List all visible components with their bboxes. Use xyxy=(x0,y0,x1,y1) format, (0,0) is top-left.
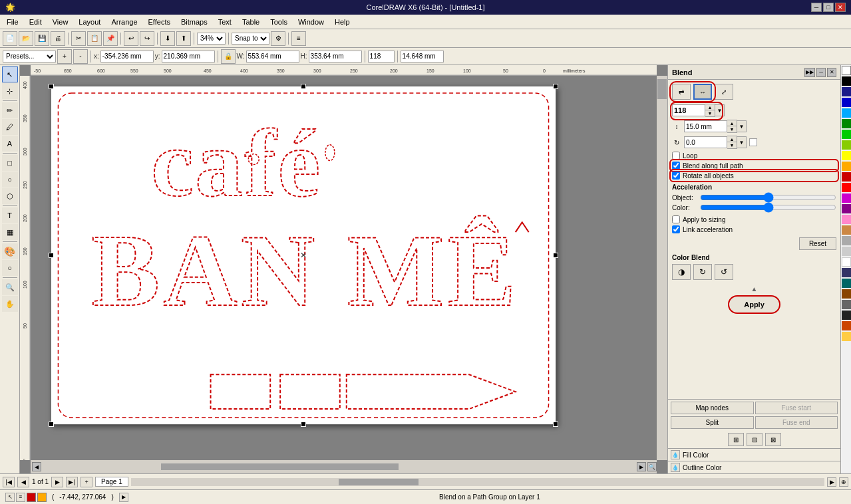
rotation-checkbox-extra[interactable] xyxy=(749,138,757,146)
handle-mr[interactable] xyxy=(553,253,558,258)
blend-start-icon[interactable]: ⊞ xyxy=(728,433,744,446)
color-red[interactable] xyxy=(842,172,851,182)
drawing-canvas[interactable]: ✕ café BAN MÊ xyxy=(51,86,556,425)
snap-indicator[interactable]: ↖ xyxy=(5,493,15,502)
color-light-gray[interactable] xyxy=(842,247,851,256)
apply-button[interactable]: Apply xyxy=(728,295,780,314)
copy-button[interactable]: 📋 xyxy=(87,31,102,46)
color-none[interactable] xyxy=(842,66,851,75)
x-coord-input[interactable] xyxy=(100,51,154,63)
minimize-button[interactable]: ─ xyxy=(811,3,822,12)
blend-steps-icon[interactable]: ⇄ xyxy=(672,84,691,100)
panel-close-button[interactable]: ✕ xyxy=(827,68,836,77)
save-button[interactable]: 💾 xyxy=(35,31,49,46)
remove-preset-button[interactable]: - xyxy=(73,49,88,64)
steps-input[interactable] xyxy=(672,104,705,116)
add-preset-button[interactable]: + xyxy=(57,49,72,64)
color-yellow[interactable] xyxy=(842,151,851,160)
fill-color-indicator-2[interactable] xyxy=(37,493,47,502)
handle-tl[interactable] xyxy=(49,84,54,89)
import-button[interactable]: ⬇ xyxy=(160,31,175,46)
h-coord-input[interactable] xyxy=(309,51,362,63)
obj-size-input1[interactable] xyxy=(368,51,395,63)
fill-eyedropper-icon[interactable]: 💧 xyxy=(671,450,680,459)
color-pink[interactable] xyxy=(842,215,851,224)
fill-tool[interactable]: 🎨 xyxy=(2,243,18,259)
panel-minimize-button[interactable]: ─ xyxy=(816,68,826,77)
paste-button[interactable]: 📌 xyxy=(103,31,118,46)
menu-edit[interactable]: Edit xyxy=(24,17,47,27)
print-button[interactable]: 🖨 xyxy=(51,31,65,46)
scrollbar-track[interactable] xyxy=(43,463,635,471)
panel-expand-button[interactable]: ▶▶ xyxy=(804,68,815,77)
close-button[interactable]: ✕ xyxy=(835,3,846,12)
color-gold[interactable] xyxy=(842,332,851,341)
fuse-start-button[interactable]: Fuse start xyxy=(755,402,838,414)
undo-button[interactable]: ↩ xyxy=(124,31,138,46)
bottom-scrollbar-thumb[interactable] xyxy=(339,479,419,485)
handle-br[interactable] xyxy=(553,422,558,427)
handle-tm[interactable] xyxy=(301,84,306,89)
scrollbar-thumb[interactable] xyxy=(161,463,398,470)
color-medium-gray[interactable] xyxy=(842,300,851,309)
horizontal-scrollbar[interactable]: ◀ ▶ 🔍 xyxy=(31,460,657,473)
scroll-right-btn[interactable]: ▶ xyxy=(827,477,836,487)
color-gray[interactable] xyxy=(842,236,851,245)
color-bright-red[interactable] xyxy=(842,183,851,192)
rotation-down-button[interactable]: ▼ xyxy=(727,142,737,148)
menu-arrange[interactable]: Arrange xyxy=(106,17,142,27)
fill-color-indicator[interactable] xyxy=(27,493,36,502)
fuse-end-button[interactable]: Fuse end xyxy=(755,416,838,429)
snap-to-dropdown[interactable]: Snap to xyxy=(232,33,269,45)
outline-eyedropper-icon[interactable]: 💧 xyxy=(671,463,680,472)
color-rust[interactable] xyxy=(842,321,851,330)
export-button[interactable]: ⬆ xyxy=(176,31,191,46)
scroll-right-button[interactable]: ▶ xyxy=(637,462,646,471)
bezier-tool[interactable]: 🖊 xyxy=(2,119,18,135)
obj-size-input2[interactable] xyxy=(401,51,444,63)
handle-ml[interactable] xyxy=(49,253,54,258)
color-sienna[interactable] xyxy=(842,289,851,299)
link-acc-checkbox[interactable] xyxy=(672,225,680,233)
color-white[interactable] xyxy=(842,257,851,267)
table-tool[interactable]: ▦ xyxy=(2,224,18,240)
blend-path-icon[interactable]: ↔ xyxy=(693,84,712,100)
cut-button[interactable]: ✂ xyxy=(71,31,86,46)
spacing-up-button[interactable]: ▲ xyxy=(727,120,737,126)
rotation-up-button[interactable]: ▲ xyxy=(727,136,737,142)
steps-dropdown-button[interactable]: ▼ xyxy=(715,104,725,116)
lock-ratio-button[interactable]: 🔒 xyxy=(221,49,236,64)
loop-checkbox[interactable] xyxy=(672,152,680,160)
zoom-page-button[interactable]: ⊕ xyxy=(839,477,848,487)
rotate-all-checkbox[interactable] xyxy=(672,172,680,180)
blend-compound-icon[interactable]: ⤢ xyxy=(715,84,733,100)
next-page-button[interactable]: ▶ xyxy=(51,477,63,487)
snap-config-button[interactable]: ⚙ xyxy=(271,31,285,46)
spacing-input[interactable] xyxy=(684,120,727,132)
freehand-tool[interactable]: ✏ xyxy=(2,102,18,118)
menu-help[interactable]: Help xyxy=(329,17,355,27)
scroll-left-button[interactable]: ◀ xyxy=(32,462,41,471)
color-blend-linear-icon[interactable]: ◑ xyxy=(672,264,691,280)
last-page-button[interactable]: ▶| xyxy=(66,477,78,487)
redo-button[interactable]: ↪ xyxy=(140,31,154,46)
color-green[interactable] xyxy=(842,119,851,128)
maximize-button[interactable]: □ xyxy=(823,3,834,12)
artistic-text-tool[interactable]: A xyxy=(2,136,18,152)
expand-button[interactable]: ▶ xyxy=(119,493,128,502)
ellipse-tool[interactable]: ○ xyxy=(2,172,18,188)
open-button[interactable]: 📂 xyxy=(19,31,33,46)
bottom-scrollbar-track[interactable] xyxy=(131,478,824,486)
w-coord-input[interactable] xyxy=(246,51,299,63)
vertical-scrollbar-thumb[interactable] xyxy=(657,79,667,99)
select-tool[interactable]: ↖ xyxy=(2,66,18,82)
shape-tool[interactable]: ⊹ xyxy=(2,83,18,99)
color-charcoal[interactable] xyxy=(842,311,851,320)
presets-dropdown[interactable]: Presets... xyxy=(3,51,56,63)
menu-layout[interactable]: Layout xyxy=(73,17,106,27)
split-button[interactable]: Split xyxy=(671,416,754,429)
color-orange[interactable] xyxy=(842,162,851,171)
pan-tool[interactable]: ✋ xyxy=(2,296,18,312)
color-acc-slider[interactable] xyxy=(700,203,836,211)
page-tab[interactable]: Page 1 xyxy=(95,477,128,487)
